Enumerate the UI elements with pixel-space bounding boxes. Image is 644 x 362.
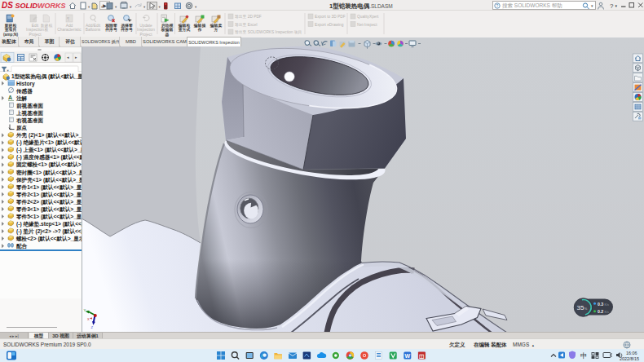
svg-text:Update: Update	[139, 24, 152, 28]
svg-text:导出至 Excel: 导出至 Excel	[235, 22, 257, 27]
svg-text:¶: ¶	[67, 16, 69, 21]
svg-text:(-) 垫片 (2)<2> ->? (默认<<默: (-) 垫片 (2)<2> ->? (默认<<默	[16, 228, 82, 235]
svg-text:外壳 (2)<1> (默认<<默认>_显示状: 外壳 (2)<1> (默认<<默认>_显示状	[15, 132, 82, 139]
svg-text:K/s: K/s	[605, 311, 609, 314]
svg-text:零件1<1> (默认<<默认>_显示状态: 零件1<1> (默认<<默认>_显示状态	[15, 184, 82, 191]
svg-text:注解: 注解	[16, 95, 28, 102]
svg-text:零件2<1> (默认<<默认>_显示状态: 零件2<1> (默认<<默认>_显示状态	[15, 192, 82, 198]
svg-text:零件5<1> (默认<<默认>_显示状态: 零件5<1> (默认<<默认>_显示状态	[15, 214, 82, 220]
svg-text:传感器: 传感器	[15, 88, 33, 95]
svg-text:(-) 温度传感器<1> (默认<<默认>: (-) 温度传感器<1> (默认<<默认>	[16, 154, 82, 161]
svg-text:导出至 2D PDF: 导出至 2D PDF	[235, 14, 262, 19]
svg-text:Add/Edit: Add/Edit	[86, 24, 101, 28]
svg-text:Export to 3D PDF: Export to 3D PDF	[315, 15, 346, 19]
svg-text:(-) 绝缘垫.step<1> (默认<<默认: (-) 绝缘垫.step<1> (默认<<默认	[16, 221, 82, 227]
svg-text:右视基准面: 右视基准面	[15, 117, 43, 124]
svg-text:▾: ▾	[101, 5, 104, 9]
svg-text:X: X	[87, 317, 90, 321]
svg-text:配合: 配合	[16, 243, 28, 249]
svg-text:QualityXpert: QualityXpert	[357, 15, 379, 19]
svg-text:▾: ▾	[591, 3, 593, 8]
svg-text:作: 作	[197, 28, 202, 32]
svg-text:(-) 上盖<1> (默认<<默认>_显示状: (-) 上盖<1> (默认<<默认>_显示状	[16, 147, 82, 153]
svg-text:原点: 原点	[15, 125, 28, 131]
svg-text:Inspection: Inspection	[26, 28, 44, 32]
svg-text:密封圈<1> (默认<<默认>_显示状: 密封圈<1> (默认<<默认>_显示状	[16, 170, 82, 176]
svg-text:1型铠装热电偶 (默认<默认_显示状态-1: 1型铠装热电偶 (默认<默认_显示状态-1	[11, 73, 82, 80]
svg-text:板: 板	[45, 28, 49, 32]
svg-text:前视基准面: 前视基准面	[16, 103, 43, 109]
svg-text:(-) 绝缘垫片<1> (默认<<默认>_显: (-) 绝缘垫片<1> (默认<<默认>_显	[16, 139, 82, 146]
svg-text:(amp;N): (amp;N)	[3, 33, 19, 37]
svg-text:固定螺栓<1> (默认<<默认>_显示: 固定螺栓<1> (默认<<默认>_显示	[16, 161, 82, 168]
svg-text:Characteristic: Characteristic	[57, 28, 82, 32]
svg-text:件序号: 件序号	[120, 27, 133, 33]
svg-text:零件2<2> (默认<<默认>_显示状态: 零件2<2> (默认<<默认>_显示状态	[15, 199, 82, 205]
svg-text:上视基准面: 上视基准面	[15, 110, 43, 117]
svg-text:Y: Y	[84, 308, 86, 312]
svg-text:▾: ▾	[195, 5, 197, 9]
svg-text:0.2: 0.2	[598, 309, 603, 314]
svg-text:▾: ▾	[130, 5, 132, 9]
svg-text:?: ?	[496, 3, 499, 8]
svg-text:螺栓<2> (默认<<默认>_显示状态: 螺栓<2> (默认<<默认>_显示状态	[15, 236, 82, 242]
svg-text:16:06: 16:06	[626, 351, 637, 355]
svg-text:查方式: 查方式	[178, 27, 191, 33]
svg-text:History: History	[16, 81, 35, 87]
svg-text:?: ?	[610, 2, 614, 10]
svg-text:0.3: 0.3	[598, 302, 603, 307]
svg-text:Inspection: Inspection	[137, 28, 155, 32]
svg-text:Net-Inspect: Net-Inspect	[357, 23, 377, 27]
svg-text:导出至 SOLIDWORKS Inspection 项目: 导出至 SOLIDWORKS Inspection 项目	[235, 29, 302, 34]
svg-text:方: 方	[214, 27, 218, 33]
svg-text:保护壳<1> (默认<<默认>_显示状: 保护壳<1> (默认<<默认>_显示状	[15, 177, 82, 183]
svg-text:▾: ▾	[88, 5, 90, 9]
svg-text:Balloons: Balloons	[86, 28, 101, 32]
svg-text:Add: Add	[66, 24, 73, 28]
svg-text:%: %	[584, 307, 588, 311]
svg-text:零件3<1> (默认<<默认>_显示状态: 零件3<1> (默认<<默认>_显示状态	[15, 206, 82, 213]
svg-text:件序号: 件序号	[104, 27, 117, 33]
svg-text:Edit: Edit	[32, 24, 39, 28]
svg-text:◂: ◂	[67, 55, 69, 60]
svg-text:K/s: K/s	[605, 303, 609, 307]
svg-text:Export eDrawing: Export eDrawing	[315, 23, 344, 27]
svg-text:◫: ◫	[419, 353, 424, 359]
svg-text:A: A	[8, 95, 12, 100]
svg-text:▾: ▾	[143, 5, 146, 9]
svg-text:2022/8/15: 2022/8/15	[620, 356, 639, 361]
svg-text:中: 中	[580, 351, 588, 360]
svg-text:Z: Z	[91, 325, 94, 329]
svg-text:35: 35	[577, 304, 584, 311]
svg-text:W: W	[405, 353, 411, 359]
svg-text:Project: Project	[29, 33, 42, 37]
svg-text:Project: Project	[140, 33, 153, 37]
svg-text:▸: ▸	[75, 55, 77, 60]
svg-text:▾: ▾	[159, 5, 161, 9]
svg-text:▾: ▾	[615, 3, 618, 8]
svg-text:▾: ▾	[115, 5, 117, 9]
